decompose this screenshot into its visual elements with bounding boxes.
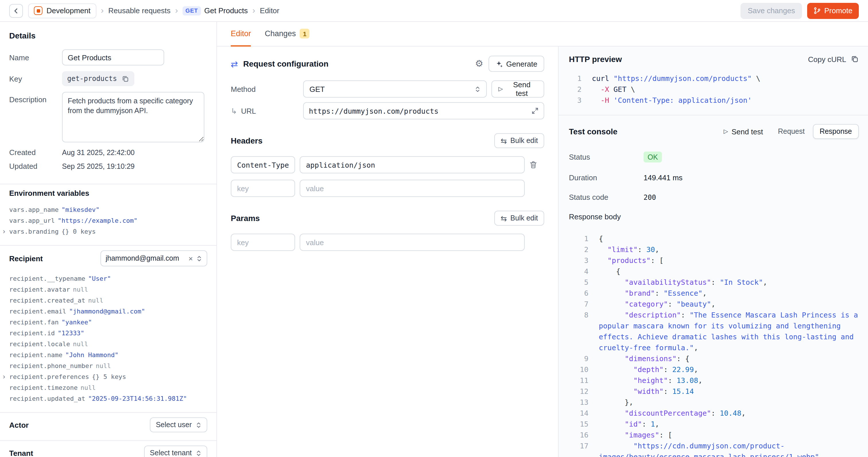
variable-value: null	[96, 361, 111, 371]
variable-row: recipient.name"John Hammond"	[9, 349, 207, 361]
console-send-test-button[interactable]: ▷ Send test	[724, 127, 763, 136]
actor-select[interactable]: Select user	[150, 417, 207, 432]
app-window: Development › Reusable requests › GET Ge…	[0, 0, 868, 457]
breadcrumb-request-name[interactable]: Get Products	[205, 6, 248, 15]
line-number: 17	[569, 440, 588, 457]
param-value-input[interactable]	[300, 234, 525, 251]
tenant-select[interactable]: Select tenant	[144, 446, 207, 457]
code-line: 3 "products": [	[569, 255, 859, 266]
variable-value: "2025-09-23T14:56:31.981Z"	[88, 393, 187, 404]
header-key-input[interactable]	[231, 180, 295, 197]
tab-response[interactable]: Response	[813, 124, 859, 139]
variable-value: null	[81, 383, 96, 393]
variable-row: recipient.created_atnull	[9, 295, 207, 306]
method-row: Method GET ▷ Send test	[231, 80, 544, 98]
headers-bulk-edit-button[interactable]: ⇆ Bulk edit	[494, 133, 544, 148]
response-body-label: Response body	[569, 212, 859, 221]
back-button[interactable]	[9, 4, 23, 18]
duration-label: Duration	[569, 173, 644, 182]
chevron-updown-icon	[196, 255, 202, 262]
code-line: 4 {	[569, 266, 859, 277]
param-key-input[interactable]	[231, 234, 295, 251]
name-label: Name	[9, 53, 62, 62]
line-number: 10	[569, 364, 588, 375]
description-textarea[interactable]	[62, 92, 205, 142]
tab-editor[interactable]: Editor	[231, 22, 251, 47]
variable-key: recipient.preferences	[9, 371, 89, 383]
copy-key-button[interactable]	[121, 75, 129, 82]
variable-key: recipient.fan	[9, 317, 59, 328]
generate-button[interactable]: Generate	[489, 56, 544, 72]
test-console-header: Test console ▷ Send test Request Respons…	[569, 124, 859, 139]
chevron-left-icon	[12, 7, 20, 14]
variable-key: vars.app_url	[9, 215, 55, 226]
code-line: 14 "discountPercentage": 10.48,	[569, 407, 859, 419]
promote-button[interactable]: Promote	[807, 3, 859, 19]
tab-request[interactable]: Request	[771, 124, 811, 139]
gear-icon: ⚙	[475, 59, 484, 68]
status-badge: OK	[644, 152, 662, 162]
line-number: 2	[569, 84, 582, 95]
request-configuration-header: ⇄ Request configuration ⚙ Generate	[231, 47, 544, 80]
recipient-variables-list: recipient.__typename"User"recipient.avat…	[9, 273, 207, 404]
recipient-select[interactable]: jhammond@gmail.com ×	[100, 250, 207, 266]
environment-selector[interactable]: Development	[28, 3, 96, 18]
status-code-label: Status code	[569, 193, 644, 202]
variable-key: recipient.__typename	[9, 273, 85, 284]
method-select[interactable]: GET	[303, 80, 487, 98]
code-line: 17 "https://cdn.dummyjson.com/product-im…	[569, 440, 859, 457]
code-line: 8 "description": "The Essence Mascara La…	[569, 309, 859, 353]
save-changes-button[interactable]: Save changes	[741, 3, 802, 19]
recipient-section: Recipient jhammond@gmail.com × recipient…	[0, 246, 216, 412]
variable-value: "https://example.com"	[58, 215, 137, 226]
variable-value: {} 0 keys	[61, 226, 96, 237]
params-bulk-edit-button[interactable]: ⇆ Bulk edit	[494, 211, 544, 225]
variable-key: recipient.avatar	[9, 284, 70, 295]
variable-row[interactable]: ›recipient.preferences{} 5 keys	[9, 371, 207, 383]
sparkle-icon	[495, 60, 503, 67]
play-icon: ▷	[498, 86, 503, 92]
updated-label: Updated	[9, 162, 62, 171]
created-value: Aug 31 2025, 22:42:00	[62, 148, 135, 156]
copy-curl-button[interactable]: Copy cURL	[808, 55, 859, 63]
header-value-input[interactable]	[300, 180, 525, 197]
code-line: 2 "limit": 30,	[569, 244, 859, 255]
recipient-title: Recipient	[9, 254, 43, 263]
actor-section: Actor Select user	[0, 413, 216, 440]
http-preview-title: HTTP preview	[569, 55, 622, 64]
header-key-input[interactable]	[231, 156, 295, 173]
url-arrow-icon: ↳	[231, 106, 237, 115]
delete-header-button[interactable]	[529, 161, 537, 169]
bulk-edit-icon: ⇆	[501, 137, 507, 144]
params-section-header: Params ⇆ Bulk edit	[231, 211, 544, 225]
variable-value: null	[73, 339, 88, 349]
name-input[interactable]	[62, 50, 164, 65]
expand-chevron-icon[interactable]: ›	[3, 371, 5, 383]
settings-gear-button[interactable]: ⚙	[475, 59, 484, 68]
variable-value: "jhammond@gmail.com"	[69, 306, 145, 317]
play-icon: ▷	[724, 129, 728, 134]
tab-changes[interactable]: Changes 1	[265, 22, 310, 47]
variable-key: vars.branding	[9, 226, 59, 237]
line-number: 9	[569, 353, 588, 364]
variable-row[interactable]: ›vars.branding{} 0 keys	[9, 226, 207, 237]
expand-icon[interactable]	[532, 108, 538, 114]
url-input[interactable]	[309, 106, 527, 115]
line-number: 4	[569, 266, 588, 277]
environment-variables-section: Environment variables vars.app_name"mike…	[0, 184, 216, 245]
send-test-button[interactable]: ▷ Send test	[491, 80, 544, 98]
header-value-input[interactable]	[300, 156, 525, 173]
body: Details Name Key get-products Descri	[0, 22, 868, 457]
line-number: 16	[569, 429, 588, 440]
copy-icon	[851, 55, 859, 63]
variable-value: {} 5 keys	[92, 371, 126, 383]
environment-icon	[34, 6, 42, 15]
line-number: 5	[569, 277, 588, 287]
details-sidebar: Details Name Key get-products Descri	[0, 22, 217, 457]
breadcrumb-reusable-requests[interactable]: Reusable requests	[108, 6, 170, 15]
variable-row: recipient.email"jhammond@gmail.com"	[9, 306, 207, 317]
clear-recipient-button[interactable]: ×	[189, 255, 193, 262]
tenant-title: Tenant	[9, 449, 33, 457]
line-number: 2	[569, 244, 588, 255]
expand-chevron-icon[interactable]: ›	[3, 226, 5, 237]
